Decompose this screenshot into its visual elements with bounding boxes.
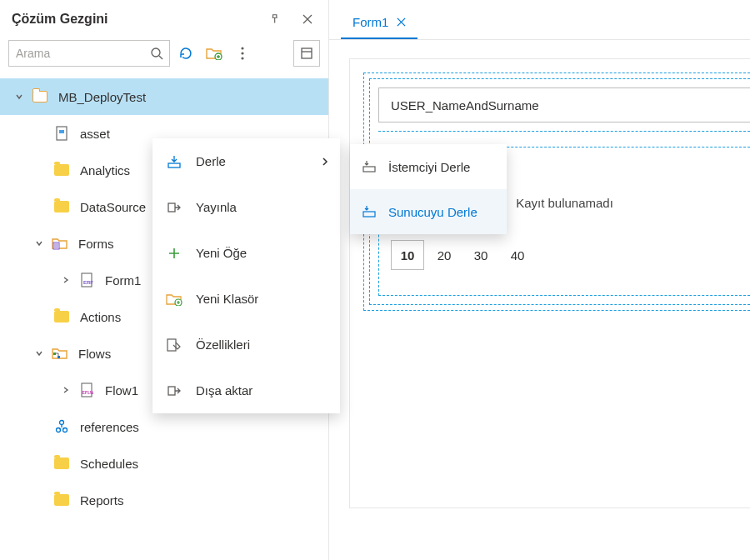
publish-icon (164, 201, 184, 214)
folder-icon (53, 164, 70, 176)
ctx-label: Özellikleri (196, 338, 250, 352)
subctx-label: İstemciyi Derle (388, 160, 470, 174)
forms-folder-icon (52, 237, 68, 250)
context-menu: Derle Yayınla Yeni Öğe Yeni Klasör Özell… (152, 138, 340, 413)
compile-server-icon (362, 205, 377, 218)
plus-icon (164, 247, 184, 260)
svg-point-4 (241, 57, 243, 59)
folder-icon (53, 494, 70, 506)
editor-pane: Form1 USER_NameAndSurname Kayıt bulunama… (329, 0, 750, 560)
tree-label: Actions (80, 310, 121, 324)
tree-label: Reports (80, 493, 124, 508)
page-size-10[interactable]: 10 (391, 240, 424, 270)
tree-label: DataSource (80, 200, 146, 214)
panel-title: Çözüm Gezgini (12, 12, 108, 27)
svg-rect-7 (59, 130, 64, 133)
form-canvas: USER_NameAndSurname Kayıt bulunamadı 10 … (349, 58, 750, 508)
tree-label: Schedules (80, 457, 138, 471)
compile-submenu: İstemciyi Derle Sunucuyu Derle (350, 144, 507, 234)
chevron-right-icon[interactable] (60, 386, 72, 394)
tree-label: asset (80, 127, 110, 141)
svg-rect-24 (363, 212, 375, 217)
page-size-20[interactable]: 20 (428, 240, 461, 270)
pin-icon[interactable] (263, 7, 288, 32)
panel-header-actions (263, 7, 320, 32)
tab-label: Form1 (352, 15, 388, 29)
tree-label: Flows (78, 347, 111, 361)
svg-point-0 (152, 48, 160, 57)
panel-toolbar (0, 35, 328, 72)
asset-icon (53, 126, 70, 141)
svg-text:ERF: ERF (83, 280, 93, 285)
subctx-compile-client[interactable]: İstemciyi Derle (350, 144, 507, 189)
tree-item-reports[interactable]: Reports (0, 482, 328, 518)
page-size-40[interactable]: 40 (501, 240, 534, 270)
export-icon (164, 384, 184, 398)
tree-label: Form1 (105, 273, 141, 288)
svg-point-3 (241, 52, 243, 54)
project-folder-icon (32, 91, 48, 102)
chevron-right-icon[interactable] (60, 276, 72, 284)
ctx-label: Yeni Öğe (196, 246, 247, 260)
svg-rect-18 (168, 163, 180, 168)
svg-text:EFLW: EFLW (82, 390, 94, 395)
tabstrip: Form1 (329, 0, 750, 40)
folder-icon (53, 311, 70, 322)
ctx-compile[interactable]: Derle (152, 138, 340, 184)
tree-label: Analytics (80, 163, 130, 178)
compile-icon (164, 155, 184, 168)
properties-icon (164, 338, 184, 352)
subctx-label: Sunucuyu Derle (388, 205, 478, 219)
folder-icon (53, 201, 70, 212)
tree-project-root[interactable]: MB_DeployTest (0, 78, 328, 115)
subctx-compile-server[interactable]: Sunucuyu Derle (350, 189, 507, 234)
tab-form1[interactable]: Form1 (341, 6, 418, 39)
expand-panel-icon[interactable] (293, 40, 320, 67)
chevron-down-icon[interactable] (33, 239, 45, 248)
svg-rect-23 (363, 167, 375, 172)
new-folder-icon[interactable] (202, 41, 227, 66)
ctx-properties[interactable]: Özellikleri (152, 322, 340, 368)
tree-item-references[interactable]: references (0, 408, 328, 445)
svg-point-15 (60, 421, 64, 425)
new-folder-icon (164, 292, 184, 306)
tree-label: Forms (78, 237, 114, 251)
close-icon[interactable] (295, 7, 320, 32)
compile-client-icon (362, 160, 377, 173)
ctx-export[interactable]: Dışa aktar (152, 368, 340, 413)
svg-rect-22 (168, 387, 175, 395)
chevron-down-icon[interactable] (13, 92, 25, 101)
panel-header: Çözüm Gezgini (0, 0, 328, 35)
chevron-down-icon[interactable] (33, 349, 45, 358)
search-wrap (8, 40, 170, 67)
more-icon[interactable] (230, 41, 255, 66)
dashed-separator (378, 131, 750, 132)
tree-item-schedules[interactable]: Schedules (0, 445, 328, 482)
page-size-30[interactable]: 30 (464, 240, 498, 270)
tree-label: MB_DeployTest (58, 90, 146, 104)
search-icon[interactable] (143, 40, 170, 67)
ctx-label: Yeni Klasör (196, 292, 258, 306)
field-label: USER_NameAndSurname (391, 98, 539, 112)
ctx-new-folder[interactable]: Yeni Klasör (152, 276, 340, 322)
svg-point-2 (241, 47, 243, 49)
flows-folder-icon (52, 347, 68, 360)
form-field-username[interactable]: USER_NameAndSurname (378, 88, 750, 122)
tree-label: references (80, 420, 139, 434)
svg-rect-19 (168, 203, 175, 212)
tab-close-icon[interactable] (397, 18, 406, 27)
references-icon (53, 419, 70, 434)
folder-icon (53, 458, 70, 469)
svg-rect-5 (302, 48, 312, 58)
ctx-label: Dışa aktar (196, 383, 252, 398)
ctx-publish[interactable]: Yayınla (152, 184, 340, 230)
svg-rect-21 (168, 339, 176, 351)
svg-rect-11 (53, 352, 56, 355)
flow-file-icon: EFLW (78, 382, 95, 398)
ctx-new-item[interactable]: Yeni Öğe (152, 230, 340, 276)
ctx-label: Derle (196, 154, 226, 168)
ctx-label: Yayınla (196, 200, 237, 214)
tree-label: Flow1 (105, 383, 138, 398)
page-size-selector: 10 20 30 40 (379, 240, 750, 270)
refresh-icon[interactable] (173, 41, 198, 66)
